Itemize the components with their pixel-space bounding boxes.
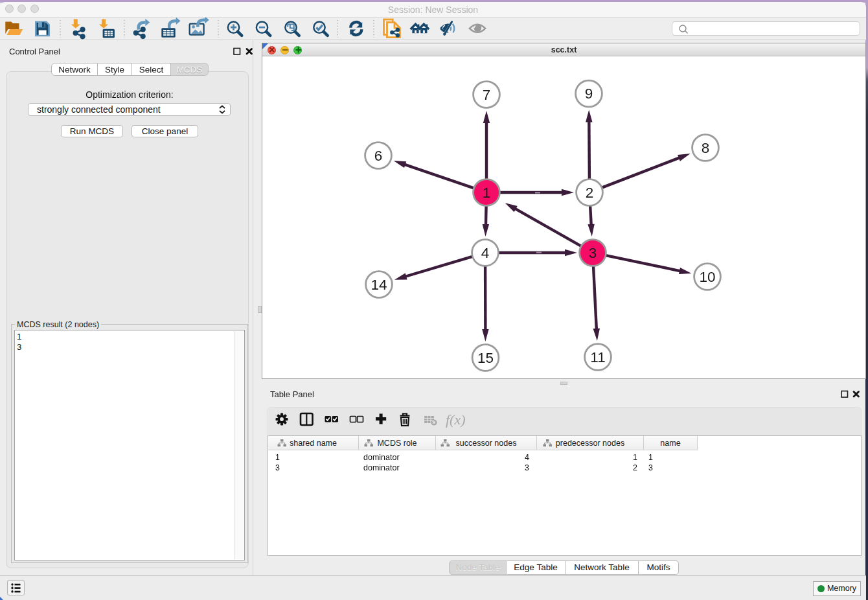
svg-text:9: 9	[585, 86, 593, 102]
svg-text:1: 1	[483, 185, 491, 201]
svg-text:15: 15	[477, 350, 494, 366]
svg-text:f(x): f(x)	[446, 411, 466, 428]
svg-text:10: 10	[699, 269, 715, 285]
svg-text:6: 6	[374, 148, 383, 164]
svg-text:14: 14	[371, 277, 387, 293]
svg-text:11: 11	[590, 349, 605, 365]
svg-text:2: 2	[586, 185, 594, 201]
svg-text:8: 8	[702, 140, 710, 156]
svg-text:7: 7	[483, 87, 491, 103]
svg-text:4: 4	[481, 245, 490, 261]
svg-text:3: 3	[589, 245, 597, 261]
